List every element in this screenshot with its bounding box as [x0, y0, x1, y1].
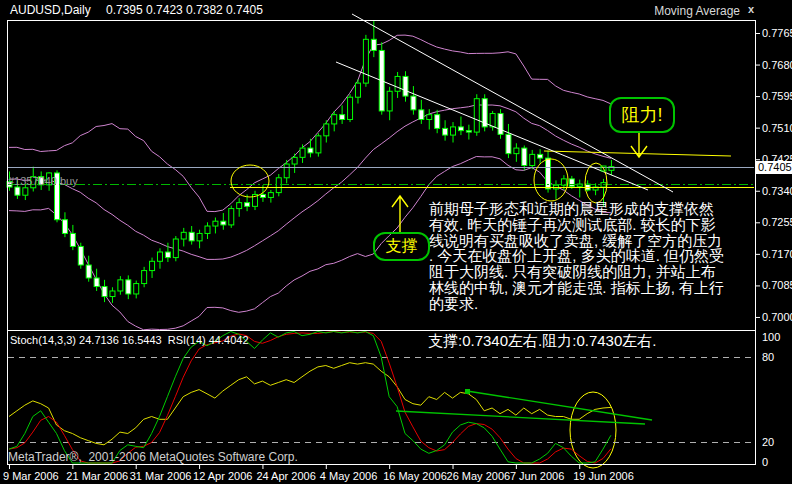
candle-body [268, 193, 273, 198]
candle-body [292, 157, 297, 164]
candle-body [474, 99, 479, 132]
candle-body [276, 178, 281, 193]
paragraph-line: . 今天在收盘价上开盘, 多头的味道. 但仍然受 [429, 248, 756, 264]
chart-title-ohlc-values: 0.7395 0.7423 0.7382 0.7405 [106, 4, 263, 16]
candle-body [78, 246, 83, 265]
candle-body [371, 39, 376, 50]
candle-body [411, 96, 416, 110]
candle-body [514, 148, 519, 154]
paragraph-line: 的要求. [429, 296, 756, 312]
price-tick-label: 0.7170 [762, 248, 792, 260]
candle-body [94, 278, 99, 287]
rsi-line [9, 363, 611, 445]
candle-body [427, 115, 432, 120]
candle-body [165, 252, 170, 258]
candle-body [126, 280, 131, 294]
candle-body [348, 97, 353, 119]
highlight-ellipse-1[interactable] [231, 165, 269, 197]
support-resistance-note: 支撑:0.7340左右.阻力:0.7430左右. [428, 335, 656, 347]
buy-order-label: #1357040 buy [8, 175, 78, 187]
candle-body [157, 252, 162, 261]
candle-body [466, 131, 471, 132]
candle-body [102, 287, 107, 297]
candle-body [443, 128, 448, 135]
candle-body [316, 136, 321, 153]
candle-body [387, 91, 392, 111]
candle-body [173, 239, 178, 258]
support-callout-box[interactable]: 支撑 [373, 232, 430, 261]
price-tick-label: 0.7510 [762, 122, 792, 134]
candle-body [23, 188, 28, 195]
paragraph-line: 线说明有买盘吸收了卖盘, 缓解了空方的压力 [429, 233, 756, 249]
paragraph-line: 林线的中轨, 澳元才能走强. 指标上扬, 有上行 [429, 280, 756, 296]
date-tick-label: 9 Mar 2006 [3, 470, 59, 482]
indicator-tick-label: 0 [762, 456, 768, 468]
price-tick-label: 0.7680 [762, 59, 792, 71]
candle-body [197, 233, 202, 240]
resistance-callout-box[interactable]: 阻力! [609, 97, 675, 133]
candle-body [363, 39, 368, 83]
candle-body [340, 115, 345, 120]
paragraph-line: 前期母子形态和近期的晨星形成的支撑依然 [429, 201, 756, 217]
support-callout-text: 支撑 [386, 236, 418, 257]
candle-body [506, 134, 511, 153]
resistance-callout-text: 阻力! [621, 103, 662, 127]
indicator-tick-label: 20 [762, 436, 774, 448]
date-tick-label: 16 May 2006 [383, 470, 447, 482]
candle-body [181, 232, 186, 239]
candle-body [451, 127, 456, 135]
metatrader-watermark: MetaTrader®, 2001-2006 MetaQuotes Softwa… [8, 451, 298, 463]
stochastic-signal-line [9, 332, 611, 464]
date-tick-label: 4 May 2006 [320, 470, 377, 482]
candle-body [142, 271, 147, 284]
price-tick-label: 0.7000 [762, 311, 792, 323]
arrow-up-icon[interactable] [392, 196, 408, 232]
price-tick-label: 0.7085 [762, 279, 792, 291]
candle-body [245, 203, 250, 207]
candle-body [490, 114, 495, 127]
candle-body [395, 76, 400, 91]
candle-body [205, 226, 210, 233]
indicator-tick-label: 100 [762, 331, 780, 343]
stochastic-rsi-values-label: Stoch(14,3,3) 24.7136 16.5443 RSI(14) 44… [10, 334, 249, 346]
date-tick-label: 7 Jun 2006 [510, 470, 564, 482]
candle-body [221, 221, 226, 225]
price-tick-label: 0.7595 [762, 90, 792, 102]
candle-body [15, 187, 20, 195]
close-icon[interactable]: x [748, 3, 754, 15]
candle-body [435, 115, 440, 129]
candle-body [458, 127, 463, 131]
date-tick-label: 19 Jun 2006 [573, 470, 634, 482]
candle-body [300, 148, 305, 157]
date-tick-label: 26 May 2006 [447, 470, 511, 482]
candle-body [284, 164, 289, 178]
price-tick-label: 0.7255 [762, 216, 792, 228]
bollinger-upper-band[interactable] [9, 35, 611, 212]
candle-body [118, 280, 123, 291]
candle-body [229, 209, 234, 225]
date-tick-label: 31 Mar 2006 [130, 470, 192, 482]
candle-body [419, 110, 424, 120]
price-tick-label: 0.7425 [762, 153, 792, 165]
candle-body [110, 291, 115, 297]
candle-body [189, 232, 194, 241]
paragraph-line: 阻于大阴线. 只有突破阴线的阻力, 并站上布 [429, 264, 756, 280]
candle-body [86, 265, 91, 278]
indicator-tick-label: 80 [762, 351, 774, 363]
highlight-ellipse-indicator[interactable] [570, 392, 616, 468]
candle-body [324, 124, 329, 136]
candle-body [70, 233, 75, 246]
candle-body [213, 221, 218, 226]
candle-body [403, 76, 408, 96]
paragraph-line: 有效. 昨天的锤子再次测试底部. 较长的下影 [429, 217, 756, 233]
stochastic-main-line [9, 332, 611, 464]
candle-body [569, 179, 574, 186]
candle-body [332, 115, 337, 124]
candle-body [538, 154, 543, 158]
trendline-anchor-dot[interactable] [465, 389, 470, 394]
candle-body [237, 203, 242, 209]
analysis-paragraph: 前期母子形态和近期的晨星形成的支撑依然 有效. 昨天的锤子再次测试底部. 较长的… [429, 201, 756, 312]
indicator-name-label: Moving Average [654, 4, 740, 18]
candle-body [522, 148, 527, 165]
price-tick-label: 0.7340 [762, 185, 792, 197]
